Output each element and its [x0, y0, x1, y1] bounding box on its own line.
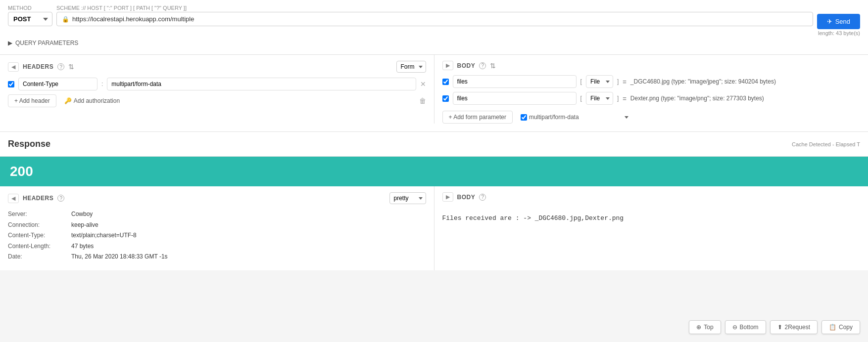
- resp-header-key-0: Server:: [8, 209, 67, 220]
- multipart-checkbox[interactable]: [521, 114, 527, 121]
- resp-body-info-icon: ?: [479, 194, 486, 201]
- headers-collapse-btn[interactable]: ◀: [8, 62, 19, 72]
- scheme-label: SCHEME :// HOST [ ":" PORT ] [ PATH [ "?…: [56, 5, 813, 11]
- add-header-button[interactable]: + Add header: [8, 94, 56, 107]
- key-icon: 🔑: [64, 97, 72, 104]
- response-headers-panel: ◀ HEADERS ? pretty raw preview Server: C…: [0, 186, 434, 270]
- body-file-value-1: Dexter.png (type: "image/png"; size: 277…: [630, 95, 860, 102]
- body-type-select-0[interactable]: File Text: [586, 75, 613, 88]
- chevron-right-icon: ▶: [8, 40, 12, 46]
- resp-body-expand-btn[interactable]: ▶: [442, 192, 453, 202]
- resp-header-key-2: Content-Type:: [8, 230, 67, 241]
- query-params-row[interactable]: ▶ QUERY PARAMETERS: [8, 37, 860, 49]
- body-type-select-1[interactable]: File Text: [586, 92, 613, 105]
- header-delete-btn-0[interactable]: ✕: [420, 80, 426, 88]
- resp-headers-title: HEADERS: [23, 195, 53, 202]
- headers-delete-all-btn[interactable]: 🗑: [419, 97, 426, 105]
- headers-format-select[interactable]: Form Raw: [396, 61, 426, 73]
- status-bar: 200: [0, 157, 868, 186]
- multipart-toggle[interactable]: multipart/form-data application/x-www-fo…: [521, 114, 629, 121]
- header-row: : ✕: [8, 78, 426, 90]
- resp-body-title: BODY: [457, 194, 476, 201]
- resp-header-key-1: Connection:: [8, 220, 67, 231]
- status-code: 200: [10, 164, 33, 179]
- url-input[interactable]: [72, 15, 808, 23]
- resp-header-item-0: Server: Cowboy: [8, 209, 426, 220]
- resp-header-val-0: Cowboy: [71, 209, 93, 220]
- length-info: length: 43 byte(s): [818, 30, 860, 36]
- top-bar: METHOD POST GET PUT DELETE PATCH SCHEME …: [0, 0, 868, 55]
- resp-header-key-3: Content-Length:: [8, 241, 67, 252]
- body-key-input-0[interactable]: [453, 75, 577, 88]
- header-colon-0: :: [101, 81, 103, 87]
- resp-header-item-2: Content-Type: text/plain;charset=UTF-8: [8, 230, 426, 241]
- headers-panel: ◀ HEADERS ? ⇅ Form Raw : ✕: [8, 55, 434, 124]
- body-bracket-open-0: [: [580, 78, 582, 85]
- body-key-input-1[interactable]: [453, 92, 577, 105]
- body-row-0: [ File Text ] = _DGC4680.jpg (type: "ima…: [442, 75, 861, 88]
- response-header: Response Cache Detected - Elapsed T: [0, 132, 868, 157]
- header-checkbox-0[interactable]: [8, 81, 14, 87]
- resp-header-val-3: 47 bytes: [71, 241, 94, 252]
- method-select[interactable]: POST GET PUT DELETE PATCH: [8, 12, 52, 26]
- add-authorization-button[interactable]: 🔑 Add authorization: [60, 95, 124, 107]
- query-params-label: QUERY PARAMETERS: [15, 40, 78, 46]
- body-checkbox-1[interactable]: [442, 95, 449, 102]
- body-row-1: [ File Text ] = Dexter.png (type: "image…: [442, 92, 861, 105]
- resp-header-item-3: Content-Length: 47 bytes: [8, 241, 426, 252]
- cache-info: Cache Detected - Elapsed T: [792, 141, 860, 147]
- add-form-param-button[interactable]: + Add form parameter: [442, 111, 513, 124]
- response-body-panel: ▶ BODY ? Files received are : -> _DGC468…: [434, 186, 868, 270]
- headers-info-icon: ?: [57, 63, 64, 70]
- resp-header-val-4: Thu, 26 Mar 2020 18:48:33 GMT -1s: [71, 252, 168, 262]
- response-panels: ◀ HEADERS ? pretty raw preview Server: C…: [0, 186, 868, 270]
- pretty-select[interactable]: pretty raw preview: [389, 192, 426, 204]
- body-sort-icon[interactable]: ⇅: [490, 62, 496, 70]
- response-body-content: Files received are : -> _DGC4680.jpg,Dex…: [442, 207, 861, 230]
- body-bracket-close-0: ]: [617, 78, 619, 85]
- body-bracket-open-1: [: [580, 95, 582, 102]
- url-input-wrapper: 🔒: [56, 12, 813, 26]
- header-key-input-0[interactable]: [18, 78, 97, 90]
- body-equals-1: =: [623, 95, 627, 102]
- resp-header-key-4: Date:: [8, 252, 67, 262]
- headers-sort-icon[interactable]: ⇅: [68, 63, 74, 71]
- body-checkbox-0[interactable]: [442, 79, 449, 85]
- body-equals-0: =: [623, 78, 627, 86]
- body-expand-btn[interactable]: ▶: [442, 61, 453, 70]
- resp-header-val-2: text/plain;charset=UTF-8: [71, 230, 137, 241]
- body-title: BODY: [457, 62, 476, 69]
- send-icon: ✈: [827, 18, 832, 25]
- body-info-icon: ?: [479, 62, 486, 69]
- resp-header-item-1: Connection: keep-alive: [8, 220, 426, 231]
- response-section: Response Cache Detected - Elapsed T 200 …: [0, 132, 868, 270]
- body-file-value-0: _DGC4680.jpg (type: "image/jpeg"; size: …: [630, 78, 860, 85]
- multipart-select[interactable]: multipart/form-data application/x-www-fo…: [529, 114, 629, 121]
- resp-headers-collapse-btn[interactable]: ◀: [8, 194, 19, 203]
- response-title: Response: [8, 139, 50, 149]
- resp-header-item-4: Date: Thu, 26 Mar 2020 18:48:33 GMT -1s: [8, 252, 426, 262]
- header-val-input-0[interactable]: [107, 78, 416, 90]
- request-section: ◀ HEADERS ? ⇅ Form Raw : ✕: [0, 55, 868, 132]
- body-bracket-close-1: ]: [617, 95, 619, 102]
- method-label: METHOD: [8, 5, 52, 11]
- resp-headers-list: Server: Cowboy Connection: keep-alive Co…: [8, 209, 426, 262]
- resp-header-val-1: keep-alive: [71, 220, 98, 231]
- lock-icon: 🔒: [62, 16, 69, 23]
- body-panel: ▶ BODY ? ⇅ [ File Text ] = _DGC4680.jpg …: [434, 55, 861, 124]
- headers-title: HEADERS: [23, 63, 53, 70]
- send-button[interactable]: ✈ Send: [817, 14, 860, 29]
- resp-headers-info-icon: ?: [57, 195, 64, 202]
